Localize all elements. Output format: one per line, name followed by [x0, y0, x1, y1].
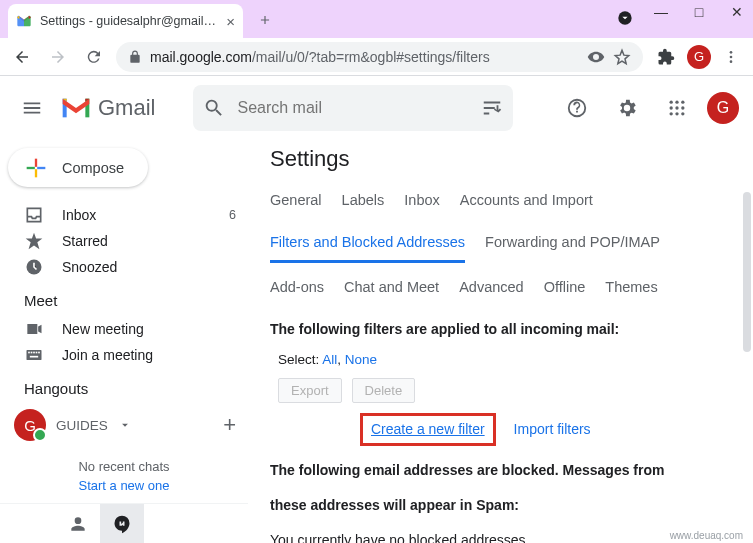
search-options-icon[interactable] [481, 97, 503, 119]
lock-icon [128, 50, 142, 64]
svg-point-9 [675, 106, 678, 109]
chrome-avatar[interactable]: G [687, 45, 711, 69]
svg-point-2 [730, 55, 733, 58]
close-tab-icon[interactable]: × [226, 13, 235, 30]
svg-rect-20 [38, 352, 40, 354]
clock-icon [24, 257, 44, 277]
svg-point-5 [670, 101, 673, 104]
url-text: mail.google.com/mail/u/0/?tab=rm&ogbl#se… [150, 49, 579, 65]
svg-point-12 [675, 112, 678, 115]
hangouts-tab[interactable] [100, 504, 144, 543]
new-meeting-button[interactable]: New meeting [0, 315, 248, 341]
svg-rect-21 [30, 356, 38, 358]
blocked-heading-1: The following email addresses are blocke… [270, 460, 735, 481]
sidebar-item-starred[interactable]: Starred [0, 228, 248, 254]
apps-button[interactable] [657, 88, 697, 128]
svg-point-1 [730, 51, 733, 54]
svg-rect-19 [36, 352, 38, 354]
svg-point-13 [681, 112, 684, 115]
tab-labels[interactable]: Labels [342, 186, 385, 218]
maximize-button[interactable]: □ [691, 4, 707, 20]
forward-button[interactable] [44, 43, 72, 71]
tab-forwarding[interactable]: Forwarding and POP/IMAP [485, 228, 660, 263]
main-menu-button[interactable] [12, 88, 52, 128]
compose-button[interactable]: Compose [8, 148, 148, 187]
gmail-favicon [16, 13, 32, 29]
hangouts-section-title: Hangouts [0, 368, 248, 403]
tab-offline[interactable]: Offline [544, 273, 586, 305]
select-label: Select: [278, 352, 319, 367]
hangouts-user[interactable]: G GUIDES + [0, 403, 248, 447]
svg-point-8 [670, 106, 673, 109]
account-avatar[interactable]: G [707, 92, 739, 124]
hangouts-avatar: G [14, 409, 46, 441]
create-filter-highlight: Create a new filter [360, 413, 496, 446]
tab-title: Settings - guidesalphr@gmail.co [40, 14, 218, 28]
watermark: www.deuaq.com [666, 530, 747, 541]
tab-general[interactable]: General [270, 186, 322, 218]
search-box[interactable] [193, 85, 513, 131]
tab-inbox[interactable]: Inbox [404, 186, 439, 218]
tab-accounts[interactable]: Accounts and Import [460, 186, 593, 218]
chrome-profile-icon[interactable] [617, 10, 633, 26]
chevron-down-icon[interactable] [118, 418, 132, 432]
video-icon [24, 319, 44, 339]
gmail-logo[interactable]: Gmail [60, 95, 155, 121]
svg-point-11 [670, 112, 673, 115]
svg-point-7 [681, 101, 684, 104]
create-filter-link[interactable]: Create a new filter [371, 421, 485, 437]
star-icon [24, 231, 44, 251]
address-bar[interactable]: mail.google.com/mail/u/0/?tab=rm&ogbl#se… [116, 42, 643, 72]
hangouts-name: GUIDES [56, 418, 108, 433]
no-chats-text: No recent chats [0, 447, 248, 474]
select-all-link[interactable]: All [322, 352, 337, 367]
sidebar-item-inbox[interactable]: Inbox 6 [0, 201, 248, 227]
star-icon[interactable] [613, 48, 631, 66]
gmail-logo-icon [60, 96, 92, 120]
browser-tab[interactable]: Settings - guidesalphr@gmail.co × [8, 4, 243, 38]
join-meeting-button[interactable]: Join a meeting [0, 342, 248, 368]
support-button[interactable] [557, 88, 597, 128]
reload-button[interactable] [80, 43, 108, 71]
back-button[interactable] [8, 43, 36, 71]
import-filters-link[interactable]: Import filters [514, 419, 591, 440]
svg-point-3 [730, 60, 733, 63]
svg-rect-17 [31, 352, 33, 354]
minimize-button[interactable]: — [653, 4, 669, 20]
compose-plus-icon [22, 154, 50, 182]
tab-addons[interactable]: Add-ons [270, 273, 324, 305]
search-input[interactable] [237, 99, 469, 117]
eye-icon[interactable] [587, 48, 605, 66]
svg-rect-18 [33, 352, 35, 354]
filters-heading: The following filters are applied to all… [270, 319, 735, 340]
svg-point-6 [675, 101, 678, 104]
sidebar-item-snoozed[interactable]: Snoozed [0, 254, 248, 280]
tab-chat[interactable]: Chat and Meet [344, 273, 439, 305]
select-none-link[interactable]: None [345, 352, 377, 367]
chrome-menu-icon[interactable] [723, 49, 739, 65]
hangouts-add-button[interactable]: + [223, 412, 236, 438]
new-tab-button[interactable] [251, 6, 279, 34]
settings-button[interactable] [607, 88, 647, 128]
delete-button[interactable]: Delete [352, 378, 416, 403]
gmail-logo-text: Gmail [98, 95, 155, 121]
close-window-button[interactable]: ✕ [729, 4, 745, 20]
extensions-icon[interactable] [657, 48, 675, 66]
hangouts-icon [112, 514, 132, 534]
meet-section-title: Meet [0, 280, 248, 315]
person-icon [68, 514, 88, 534]
svg-point-10 [681, 106, 684, 109]
blocked-heading-2: these addresses will appear in Spam: [270, 495, 735, 516]
export-button[interactable]: Export [278, 378, 342, 403]
keyboard-icon [24, 345, 44, 365]
svg-rect-16 [28, 352, 30, 354]
tab-filters[interactable]: Filters and Blocked Addresses [270, 228, 465, 263]
contacts-tab[interactable] [56, 504, 100, 543]
inbox-icon [24, 205, 44, 225]
search-icon [203, 97, 225, 119]
tab-themes[interactable]: Themes [605, 273, 657, 305]
compose-label: Compose [62, 160, 124, 176]
scrollbar[interactable] [743, 192, 751, 352]
start-chat-link[interactable]: Start a new one [0, 474, 248, 503]
tab-advanced[interactable]: Advanced [459, 273, 524, 305]
